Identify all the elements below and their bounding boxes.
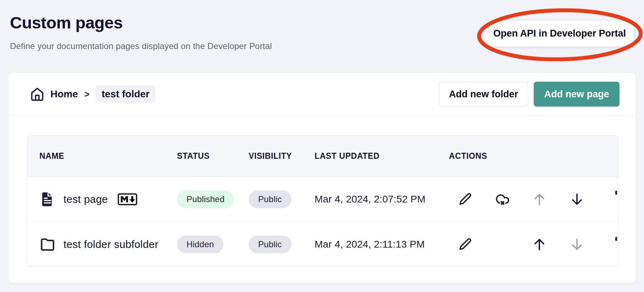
status-badge: Hidden xyxy=(177,236,223,253)
document-icon xyxy=(39,191,56,207)
edit-folder-button[interactable] xyxy=(456,236,473,253)
column-header-status: STATUS xyxy=(177,136,210,177)
open-api-in-developer-portal-button[interactable]: Open API in Developer Portal xyxy=(485,21,634,47)
pencil-icon xyxy=(457,237,473,252)
breadcrumb-home-link[interactable]: Home xyxy=(50,88,78,100)
column-header-actions: ACTIONS xyxy=(449,136,487,177)
last-updated-value: Mar 4, 2024, 2:07:52 PM xyxy=(315,177,426,222)
arrow-down-icon xyxy=(569,237,585,252)
pencil-icon xyxy=(457,191,473,207)
unpublish-page-button[interactable] xyxy=(494,191,511,208)
add-new-page-button[interactable]: Add new page xyxy=(534,82,620,107)
page-title: Custom pages xyxy=(10,13,123,32)
markdown-icon xyxy=(118,193,137,205)
table-row-test-folder-subfolder: test folder subfolder Hidden Public Mar … xyxy=(27,222,618,266)
move-down-button[interactable] xyxy=(568,191,585,208)
edit-page-button[interactable] xyxy=(456,191,473,208)
cloud-x-icon xyxy=(494,191,510,207)
visibility-badge: Public xyxy=(249,236,292,253)
move-up-button xyxy=(531,191,548,208)
last-updated-value: Mar 4, 2024, 2:11:13 PM xyxy=(315,222,425,266)
pages-table: NAME STATUS VISIBILITY LAST UPDATED ACTI… xyxy=(27,135,618,266)
table-row-test-page: test page Published Public Mar 4, 2024, … xyxy=(27,177,618,222)
folder-name-label[interactable]: test folder subfolder xyxy=(63,238,159,250)
arrow-down-icon xyxy=(569,191,585,207)
column-header-last-updated: LAST UPDATED xyxy=(315,136,379,177)
custom-pages-card: Home > test folder Add new folder Add ne… xyxy=(9,73,635,283)
status-badge: Published xyxy=(177,190,234,208)
column-header-name: NAME xyxy=(39,136,64,177)
clipped-action-icon xyxy=(615,237,617,241)
column-header-visibility: VISIBILITY xyxy=(249,136,292,177)
arrow-up-icon xyxy=(532,191,547,207)
breadcrumb-current-folder: test folder xyxy=(96,86,155,103)
clipped-action-icon xyxy=(615,191,617,195)
move-down-button xyxy=(568,236,585,253)
arrow-up-icon xyxy=(532,237,547,252)
folder-icon xyxy=(39,236,56,253)
breadcrumb: Home > test folder Add new folder Add ne… xyxy=(9,73,635,116)
breadcrumb-separator: > xyxy=(84,89,90,99)
home-icon[interactable] xyxy=(30,87,45,102)
page-name-label[interactable]: test page xyxy=(63,193,108,205)
add-new-folder-button[interactable]: Add new folder xyxy=(439,82,528,107)
page-subtitle: Define your documentation pages displaye… xyxy=(10,41,272,51)
move-up-button[interactable] xyxy=(531,236,548,253)
visibility-badge: Public xyxy=(249,190,292,208)
table-header: NAME STATUS VISIBILITY LAST UPDATED ACTI… xyxy=(27,136,618,177)
